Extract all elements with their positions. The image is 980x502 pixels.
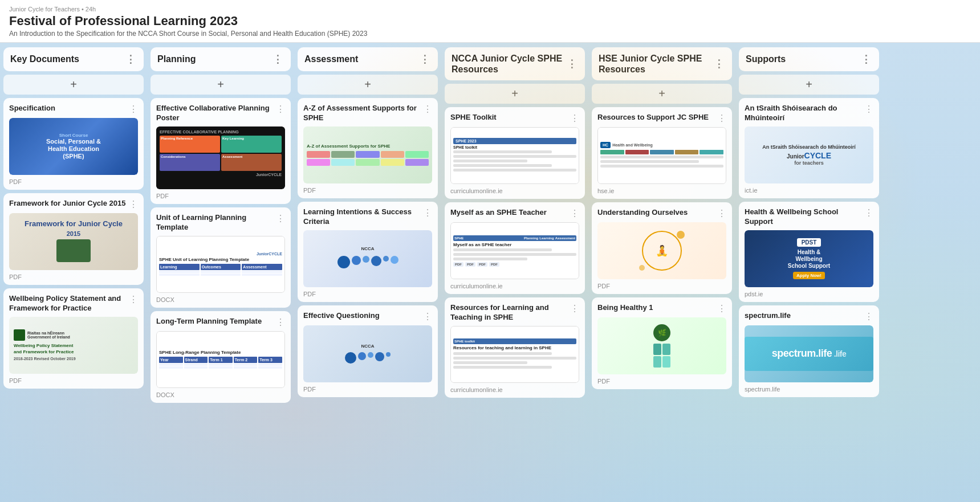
card-az-assessment[interactable]: A-Z of Assessment Supports for SPHE⋮ A-Z… [298,98,438,198]
card-image-resources-jc: HC Health and Wellbeing [597,127,726,184]
card-title-wellbeing: Wellbeing Policy Statement and Framework… [9,294,127,313]
card-title-understanding: Understanding Ourselves [597,208,715,218]
card-menu-framework[interactable]: ⋮ [129,199,138,210]
card-title-being-healthy: Being Healthy 1 [597,303,715,313]
card-learning-intentions[interactable]: Learning Intentions & Success Criteria⋮ … [298,202,438,302]
card-footer-resources-jc: hse.ie [597,187,726,194]
card-image-sphe-toolkit: SPHE 2023 SPHE toolkit [450,127,579,184]
card-resources-jc[interactable]: Resources to Support JC SPHE⋮ HC Health … [592,107,732,199]
card-sphe-toolkit[interactable]: SPHE Toolkit⋮ SPHE 2023 SPHE toolkit cur… [445,107,585,199]
card-menu-learning-intentions[interactable]: ⋮ [423,207,432,218]
card-menu-resources-jc[interactable]: ⋮ [717,113,726,124]
column-menu-ncca-resources[interactable]: ⋮ [566,58,578,70]
card-footer-resources-lt: curriculumonline.ie [450,386,579,393]
card-framework[interactable]: Framework for Junior Cycle 2015⋮ Framewo… [3,193,144,285]
card-title-pdst: Health & Wellbeing School Support [745,207,862,227]
column-planning: Planning⋮+Effective Collaborative Planni… [147,43,294,502]
column-menu-key-documents[interactable]: ⋮ [124,53,137,66]
card-unit-planning[interactable]: Unit of Learning Planning Template⋮ Juni… [151,207,291,308]
card-menu-myself-teacher[interactable]: ⋮ [570,208,579,219]
column-menu-planning[interactable]: ⋮ [271,53,284,66]
card-resources-lt[interactable]: Resources for Learning and Teaching in S… [445,297,585,398]
card-title-resources-jc: Resources to Support JC SPHE [597,113,715,123]
card-myself-teacher[interactable]: Myself as an SPHE Teacher⋮ SPHEPlanningL… [445,202,585,294]
add-card-button-planning[interactable]: + [151,75,291,95]
card-image-learning-intentions: NCCA [303,230,432,287]
card-title-effective-planning: Effective Collaborative Planning Poster [156,104,274,123]
card-title-long-term: Long-Term Planning Template [156,317,274,326]
card-menu-unit-planning[interactable]: ⋮ [276,213,285,224]
card-image-specification: Short Course Social, Personal &Health Ed… [9,118,138,175]
source-label: Junior Cycle for Teachers • 24h [9,6,971,13]
card-footer-learning-intentions: PDF [303,291,432,297]
card-footer-framework: PDF [9,274,138,280]
column-menu-assessment[interactable]: ⋮ [418,53,431,66]
card-menu-specification[interactable]: ⋮ [129,104,138,115]
card-menu-wellbeing[interactable]: ⋮ [129,294,138,305]
add-card-button-assessment[interactable]: + [298,75,438,95]
column-key-documents: Key Documents⋮+Specification⋮ Short Cour… [0,43,147,502]
card-understanding[interactable]: Understanding Ourselves⋮ 🧘 PDF [592,202,732,294]
card-menu-being-healthy[interactable]: ⋮ [717,303,726,314]
card-footer-long-term: DOCX [156,391,285,398]
add-card-button-key-documents[interactable]: + [3,75,144,95]
card-image-understanding: 🧘 [597,222,726,279]
column-title-assessment: Assessment [304,54,418,64]
card-image-unit-planning: JuniorCYCLE SPHE Unit of Learning Planni… [156,236,285,293]
add-card-button-ncca-resources[interactable]: + [445,84,585,104]
card-image-framework: Framework for Junior Cycle 2015 [9,213,138,270]
add-card-button-hse-resources[interactable]: + [592,84,732,104]
card-title-learning-intentions: Learning Intentions & Success Criteria [303,207,421,227]
card-pdst[interactable]: Health & Wellbeing School Support⋮ PDST … [739,202,879,302]
card-menu-jct-site[interactable]: ⋮ [864,104,873,115]
card-footer-unit-planning: DOCX [156,296,285,303]
card-menu-long-term[interactable]: ⋮ [276,317,285,328]
card-menu-spectrum[interactable]: ⋮ [864,311,873,322]
card-title-sphe-toolkit: SPHE Toolkit [450,113,568,123]
card-title-effective-questioning: Effective Questioning [303,311,421,321]
card-menu-effective-planning[interactable]: ⋮ [276,104,285,115]
card-wellbeing[interactable]: Wellbeing Policy Statement and Framework… [3,288,144,389]
card-image-myself-teacher: SPHEPlanningLearningAssessment Myself as… [450,222,579,279]
column-title-supports: Supports [746,54,860,64]
card-image-jct-site: An tSraith Shóisearach do Mhúinteoirí Ju… [745,126,873,183]
card-effective-planning[interactable]: Effective Collaborative Planning Poster⋮… [151,98,291,204]
card-image-pdst: PDST Health &WellbeingSchool Support App… [745,230,873,287]
column-title-hse-resources: HSE Junior Cycle SPHE Resources [599,53,713,75]
card-footer-pdst: pdst.ie [745,291,873,297]
board: Key Documents⋮+Specification⋮ Short Cour… [0,43,980,502]
card-title-az-assessment: A-Z of Assessment Supports for SPHE [303,104,421,123]
column-hse-resources: HSE Junior Cycle SPHE Resources⋮+Resourc… [588,43,735,502]
card-image-effective-planning: EFFECTIVE COLLABORATIVE PLANNING Plannin… [156,126,285,189]
card-title-jct-site: An tSraith Shóisearach do Mhúinteoirí [745,104,862,123]
page-title: Festival of Professional Learning 2023 [9,14,971,28]
card-spectrum[interactable]: spectrum.life⋮ spectrum.life .life spect… [739,305,879,397]
card-jct-site[interactable]: An tSraith Shóisearach do Mhúinteoirí⋮ A… [739,98,879,198]
card-image-resources-lt: SPHE toolkit Resources for teaching and … [450,326,579,383]
column-menu-supports[interactable]: ⋮ [860,53,872,66]
card-specification[interactable]: Specification⋮ Short Course Social, Pers… [3,98,144,190]
card-footer-understanding: PDF [597,283,726,289]
column-header-supports: Supports⋮ [739,47,879,71]
add-card-button-supports[interactable]: + [739,75,879,95]
card-effective-questioning[interactable]: Effective Questioning⋮ NCCA PDF [298,305,438,397]
column-menu-hse-resources[interactable]: ⋮ [713,58,725,70]
card-image-spectrum: spectrum.life .life [745,325,873,382]
column-title-ncca-resources: NCCA Junior Cycle SPHE Resources [452,53,566,75]
card-menu-resources-lt[interactable]: ⋮ [570,303,579,314]
card-menu-sphe-toolkit[interactable]: ⋮ [570,113,579,124]
card-long-term[interactable]: Long-Term Planning Template⋮ SPHE Long-R… [151,311,291,403]
top-bar: Junior Cycle for Teachers • 24h Festival… [0,0,980,43]
column-header-assessment: Assessment⋮ [298,47,438,71]
card-footer-jct-site: ict.ie [745,187,873,194]
column-title-planning: Planning [157,54,271,64]
column-supports: Supports⋮+An tSraith Shóisearach do Mhúi… [735,43,883,502]
card-being-healthy[interactable]: Being Healthy 1⋮ 🌿 PDF [592,297,732,389]
card-menu-effective-questioning[interactable]: ⋮ [423,311,432,322]
card-menu-understanding[interactable]: ⋮ [717,208,726,219]
card-title-spectrum: spectrum.life [745,311,862,321]
card-footer-specification: PDF [9,178,138,185]
card-image-az-assessment: A-Z of Assessment Supports for SPHE [303,126,432,183]
card-menu-pdst[interactable]: ⋮ [864,207,873,218]
card-menu-az-assessment[interactable]: ⋮ [423,104,432,115]
